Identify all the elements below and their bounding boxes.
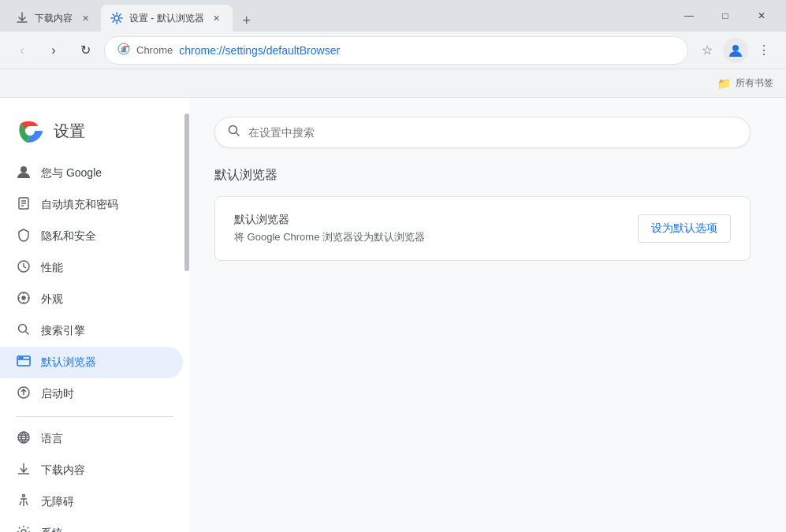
folder-icon: 📁 xyxy=(717,77,731,90)
new-tab-button[interactable]: + xyxy=(236,9,258,32)
sidebar-item-language-label: 语言 xyxy=(41,432,63,446)
svg-point-14 xyxy=(21,357,23,359)
all-bookmarks-label[interactable]: 所有书签 xyxy=(736,76,773,90)
sidebar-item-accessibility-label: 无障碍 xyxy=(41,495,74,509)
sidebar-item-performance[interactable]: 性能 xyxy=(0,252,183,284)
sidebar-item-appearance[interactable]: 外观 xyxy=(0,284,183,315)
bookmark-button[interactable]: ☆ xyxy=(695,38,720,63)
svg-point-19 xyxy=(229,126,237,134)
bookmarks-bar: 📁 所有书签 xyxy=(0,69,786,98)
gear-tab-icon xyxy=(110,12,123,24)
sidebar-item-privacy[interactable]: 隐私和安全 xyxy=(0,221,183,252)
svg-point-11 xyxy=(19,324,27,332)
download-icon xyxy=(16,12,28,24)
main-area: 设置 您与 Google 自动填充和密码 隐私和安全 xyxy=(0,98,786,532)
svg-point-13 xyxy=(19,357,20,359)
sidebar-item-search[interactable]: 搜索引擎 xyxy=(0,315,183,347)
sidebar-item-language[interactable]: 语言 xyxy=(0,423,183,455)
toolbar-actions: ☆ ⋮ xyxy=(695,38,777,63)
svg-point-6 xyxy=(20,166,27,173)
appearance-icon xyxy=(16,291,32,309)
address-bar[interactable]: Chrome chrome://settings/defaultBrowser xyxy=(104,36,688,65)
sidebar-item-google[interactable]: 您与 Google xyxy=(0,158,183,189)
sidebar-item-startup[interactable]: 启动时 xyxy=(0,378,183,410)
downloads-icon xyxy=(16,462,32,480)
sidebar-item-appearance-label: 外观 xyxy=(41,292,63,307)
set-default-button[interactable]: 设为默认选项 xyxy=(638,214,731,243)
chrome-address-icon xyxy=(117,43,130,58)
sidebar-item-search-label: 搜索引擎 xyxy=(41,324,85,338)
sidebar-item-accessibility[interactable]: 无障碍 xyxy=(0,486,183,518)
chrome-label: Chrome xyxy=(136,44,173,56)
system-icon xyxy=(16,525,32,533)
sidebar-scrollbar-thumb xyxy=(184,113,189,271)
sidebar-item-privacy-label: 隐私和安全 xyxy=(41,229,96,244)
maximize-button[interactable]: □ xyxy=(707,3,743,28)
sidebar-item-system-label: 系统 xyxy=(41,526,63,532)
tab-downloads[interactable]: 下载内容 ✕ xyxy=(6,5,101,32)
startup-icon xyxy=(16,385,32,404)
sidebar-item-default-browser-label: 默认浏览器 xyxy=(41,355,96,370)
content-area: 默认浏览器 默认浏览器 将 Google Chrome 浏览器设为默认浏览器 设… xyxy=(189,98,786,532)
refresh-button[interactable]: ↻ xyxy=(73,38,98,63)
default-browser-card: 默认浏览器 将 Google Chrome 浏览器设为默认浏览器 设为默认选项 xyxy=(214,196,751,261)
address-url: chrome://settings/defaultBrowser xyxy=(179,44,675,57)
google-icon xyxy=(16,165,32,183)
profile-button[interactable] xyxy=(723,38,748,63)
sidebar-divider xyxy=(16,416,173,417)
svg-point-0 xyxy=(114,16,119,20)
search-input[interactable] xyxy=(248,126,737,139)
sidebar-item-performance-label: 性能 xyxy=(41,261,63,275)
toolbar: ‹ › ↻ Chrome chrome://settings/defaultBr… xyxy=(0,32,786,69)
privacy-icon xyxy=(16,228,32,246)
sidebar: 设置 您与 Google 自动填充和密码 隐私和安全 xyxy=(0,98,189,532)
performance-icon xyxy=(16,259,32,277)
tab-settings[interactable]: 设置 - 默认浏览器 ✕ xyxy=(101,5,233,32)
svg-point-3 xyxy=(732,45,739,51)
autofill-icon xyxy=(16,196,32,214)
sidebar-item-autofill-label: 自动填充和密码 xyxy=(41,198,118,212)
sidebar-item-google-label: 您与 Google xyxy=(41,166,102,180)
tab-settings-label: 设置 - 默认浏览器 xyxy=(129,12,204,25)
default-browser-icon xyxy=(16,354,32,372)
search-bar[interactable] xyxy=(214,117,751,148)
menu-button[interactable]: ⋮ xyxy=(751,38,777,63)
section-title: 默认浏览器 xyxy=(214,167,761,184)
sidebar-item-downloads-label: 下载内容 xyxy=(41,463,85,478)
sidebar-item-default-browser[interactable]: 默认浏览器 xyxy=(0,347,183,378)
sidebar-item-autofill[interactable]: 自动填充和密码 xyxy=(0,189,183,221)
svg-point-17 xyxy=(23,494,25,497)
tab-downloads-close[interactable]: ✕ xyxy=(79,12,91,24)
search-icon xyxy=(16,322,32,340)
sidebar-title: 设置 xyxy=(54,121,85,142)
title-bar: 下载内容 ✕ 设置 - 默认浏览器 ✕ + — □ ✕ xyxy=(0,0,786,32)
sidebar-header: 设置 xyxy=(0,110,189,158)
svg-point-18 xyxy=(21,530,26,533)
sidebar-scrollbar[interactable] xyxy=(184,98,189,532)
sidebar-item-downloads[interactable]: 下载内容 xyxy=(0,455,183,486)
tab-settings-close[interactable]: ✕ xyxy=(210,12,223,24)
search-bar-icon xyxy=(228,125,240,140)
tab-area: 下载内容 ✕ 设置 - 默认浏览器 ✕ + xyxy=(6,0,661,32)
svg-point-5 xyxy=(25,126,35,136)
card-title: 默认浏览器 xyxy=(234,213,425,227)
forward-button[interactable]: › xyxy=(41,38,66,63)
sidebar-item-startup-label: 启动时 xyxy=(41,387,74,401)
accessibility-icon xyxy=(16,493,32,512)
card-text: 默认浏览器 将 Google Chrome 浏览器设为默认浏览器 xyxy=(234,213,425,244)
svg-point-10 xyxy=(22,296,25,299)
sidebar-item-system[interactable]: 系统 xyxy=(0,518,183,532)
back-button[interactable]: ‹ xyxy=(9,38,35,63)
card-subtitle: 将 Google Chrome 浏览器设为默认浏览器 xyxy=(234,230,425,244)
minimize-button[interactable]: — xyxy=(671,3,707,28)
chrome-logo xyxy=(16,117,44,145)
tab-downloads-label: 下载内容 xyxy=(35,12,73,25)
window-controls: — □ ✕ xyxy=(671,3,780,28)
close-button[interactable]: ✕ xyxy=(743,3,780,28)
language-icon xyxy=(16,430,32,448)
